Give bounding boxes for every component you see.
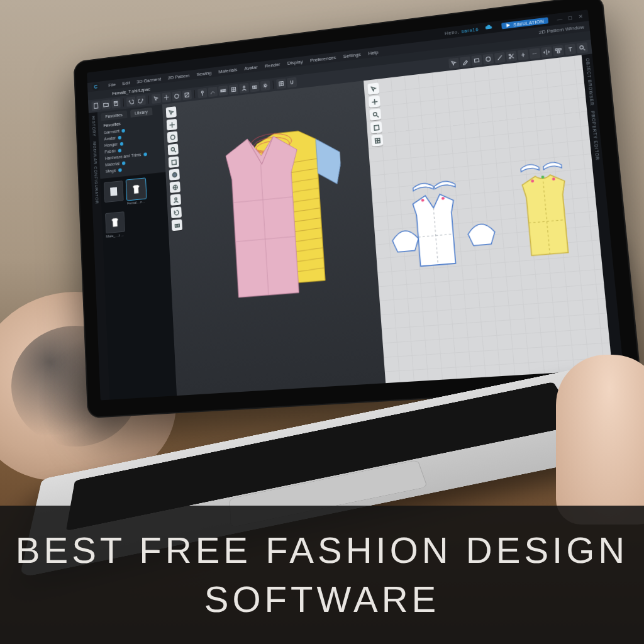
tab-modular-configurator[interactable]: MODULAR CONFIGURATOR — [92, 142, 99, 204]
tool-snap-icon[interactable] — [287, 77, 297, 88]
screen-bezel: Hello, sara16 SIMULATION — ◻ ✕ — [74, 0, 642, 418]
thumb-female-tshirt[interactable]: Femal…zpac — [126, 178, 147, 205]
tool-select-icon[interactable] — [152, 94, 161, 104]
menu-3d-garment[interactable]: 3D Garment — [136, 76, 161, 84]
tool-measure-icon[interactable] — [218, 86, 228, 96]
tool-2d-text-icon[interactable] — [565, 43, 576, 55]
menu-help[interactable]: Help — [368, 49, 379, 56]
close-icon[interactable]: ✕ — [578, 13, 584, 19]
vp-pan-icon[interactable] — [167, 119, 177, 131]
svg-point-28 — [176, 225, 178, 226]
svg-rect-20 — [110, 187, 117, 196]
tool-new-icon[interactable] — [91, 101, 101, 111]
scene-background: Hello, sara16 SIMULATION — ◻ ✕ — [0, 0, 644, 644]
tab-history[interactable]: HISTORY — [91, 116, 96, 137]
menu-materials[interactable]: Materials — [218, 67, 237, 74]
menu-edit[interactable]: Edit — [122, 80, 130, 86]
tool-2d-mirror-icon[interactable] — [541, 47, 552, 58]
tool-rotate-icon[interactable] — [172, 91, 181, 102]
tool-sew-icon[interactable] — [208, 87, 218, 97]
tool-2d-seam-icon[interactable] — [529, 48, 540, 59]
username-label[interactable]: sara16 — [461, 26, 479, 34]
thumb-label: Femal…zpac — [127, 199, 147, 205]
work-area: HISTORY MODULAR CONFIGURATOR Favorites L… — [89, 53, 623, 400]
tool-open-icon[interactable] — [101, 99, 111, 109]
caption-text: BEST FREE FASHION DESIGN SOFTWARE — [0, 526, 644, 625]
menu-preferences[interactable]: Preferences — [310, 55, 336, 64]
tool-grid-icon[interactable] — [276, 79, 286, 89]
menu-render[interactable]: Render — [265, 61, 280, 69]
tool-scale-icon[interactable] — [182, 90, 192, 101]
svg-rect-1 — [94, 103, 98, 108]
expand-dot-icon — [118, 148, 122, 152]
tool-move-icon[interactable] — [162, 92, 171, 103]
cloud-icon[interactable] — [485, 24, 493, 31]
vp-zoom-icon[interactable] — [168, 143, 179, 155]
tool-texture-icon[interactable] — [229, 84, 239, 95]
maximize-icon[interactable]: ◻ — [568, 14, 574, 21]
vp-rotate-icon[interactable] — [167, 131, 178, 143]
svg-point-10 — [254, 86, 255, 88]
tool-2d-cut-icon[interactable] — [506, 51, 517, 62]
app-logo-icon[interactable]: C — [92, 82, 100, 91]
menu-file[interactable]: File — [108, 82, 116, 88]
svg-point-11 — [264, 84, 266, 87]
viewport-2d[interactable] — [364, 55, 613, 383]
tab-object-browser[interactable]: OBJECT BROWSER — [585, 58, 594, 106]
viewport-3d-toolbar — [166, 106, 182, 231]
svg-point-8 — [243, 86, 245, 89]
svg-point-21 — [170, 135, 175, 140]
tool-pin-icon[interactable] — [197, 88, 207, 99]
pattern-pieces[interactable] — [364, 55, 613, 383]
favorites-list: Favorites Garment Avatar Hanger Fabric H… — [98, 114, 166, 179]
svg-rect-2 — [115, 101, 117, 103]
menu-display[interactable]: Display — [287, 58, 303, 66]
tab-property-editor[interactable]: PROPERTY EDITOR — [590, 111, 599, 160]
tool-2d-select-icon[interactable] — [448, 58, 459, 69]
tool-2d-notch-icon[interactable] — [518, 49, 529, 60]
thumb-male-tshirt[interactable]: Male_…zpac — [105, 211, 125, 238]
svg-rect-18 — [557, 51, 560, 53]
window-controls: — ◻ ✕ — [557, 13, 583, 22]
svg-point-5 — [201, 91, 203, 93]
menu-sewing[interactable]: Sewing — [196, 70, 211, 77]
tool-light-icon[interactable] — [260, 80, 270, 91]
svg-point-19 — [580, 46, 584, 50]
expand-dot-icon — [143, 152, 147, 156]
svg-point-26 — [174, 197, 177, 200]
tool-camera-icon[interactable] — [250, 82, 260, 92]
svg-rect-23 — [172, 160, 176, 165]
vp-fit-icon[interactable] — [169, 156, 179, 168]
menu-settings[interactable]: Settings — [343, 52, 362, 59]
tool-avatar-icon[interactable] — [239, 83, 249, 94]
tool-2d-line-icon[interactable] — [494, 52, 506, 64]
thumb-label: Male_…zpac — [106, 233, 126, 238]
simulation-label: SIMULATION — [513, 19, 544, 27]
caption-bar: BEST FREE FASHION DESIGN SOFTWARE — [0, 506, 644, 644]
tool-2d-zoom-icon[interactable] — [576, 42, 587, 53]
tool-2d-pen-icon[interactable] — [460, 56, 471, 67]
vp-reset-icon[interactable] — [171, 206, 182, 218]
file-browser: Femal…zpac Male_…zpac — [100, 172, 177, 399]
menu-2d-pattern[interactable]: 2D Pattern — [168, 72, 190, 80]
thumb-blank[interactable] — [104, 180, 124, 208]
tool-2d-rect-icon[interactable] — [471, 55, 482, 66]
tool-2d-circle-icon[interactable] — [483, 53, 494, 65]
vp-snapshot-icon[interactable] — [172, 219, 182, 231]
vp-wire-icon[interactable] — [170, 181, 180, 193]
viewport-3d[interactable] — [162, 80, 386, 396]
svg-point-13 — [486, 57, 491, 61]
tool-redo-icon[interactable] — [136, 95, 146, 106]
garment-3d-preview[interactable] — [201, 119, 350, 316]
app-window: Hello, sara16 SIMULATION — ◻ ✕ — [87, 9, 623, 400]
vp-select-icon[interactable] — [166, 106, 177, 118]
vp-shade-icon[interactable] — [169, 169, 180, 180]
minimize-icon[interactable]: — — [557, 16, 563, 22]
expand-dot-icon — [119, 142, 123, 145]
expand-dot-icon — [118, 135, 121, 139]
tool-undo-icon[interactable] — [126, 96, 136, 107]
menu-avatar[interactable]: Avatar — [244, 64, 258, 71]
vp-avatar-visible-icon[interactable] — [170, 194, 181, 206]
tool-2d-arrange-icon[interactable] — [553, 45, 564, 57]
tool-save-icon[interactable] — [111, 98, 121, 108]
